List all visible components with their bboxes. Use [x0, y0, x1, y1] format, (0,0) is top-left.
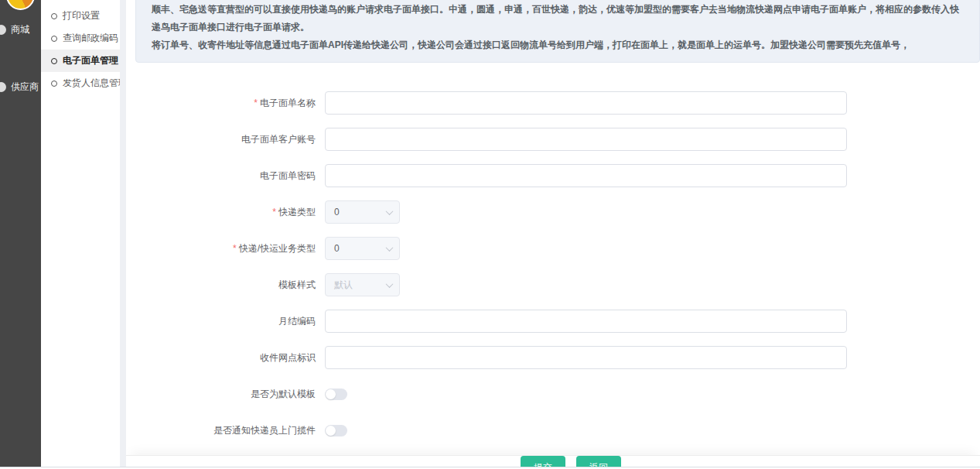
notice-box: 顺丰、宅急送等直营型的可以直接使用快递鸟的账户请求电子面单接口。中通，圆通，申通… — [135, 0, 980, 63]
default-template-switch[interactable] — [325, 389, 347, 400]
submenu-item-label: 发货人信息管理 — [63, 77, 128, 90]
submenu-item-label: 查询邮政编码 — [63, 32, 118, 45]
waybill-name-label: *电子面单名称 — [126, 97, 325, 110]
submenu-item-label: 电子面单管理 — [63, 54, 118, 67]
form-row: *电子面单名称 — [126, 91, 980, 115]
notice-line: 将订单号、收寄件地址等信息通过电子面单API传递给快递公司，快递公司会通过接口返… — [152, 36, 964, 54]
window-bottom-edge — [0, 467, 980, 467]
form-row: 是否为默认模板 — [126, 382, 980, 406]
template-style-select[interactable]: 默认 — [325, 273, 400, 296]
form-row: 是否通知快递员上门揽件 — [126, 419, 980, 442]
field-label-text: 电子面单客户账号 — [241, 134, 316, 145]
field-label-text: 快递类型 — [278, 207, 316, 217]
primary-sidebar: 商城 供应商 — [0, 0, 41, 467]
express-business-type-label: *快递/快运业务类型 — [126, 242, 325, 255]
chevron-down-icon — [386, 280, 394, 288]
submenu-item-label: 打印设置 — [63, 9, 100, 22]
select-value: 默认 — [334, 279, 353, 292]
sidebar-item-label: 供应商 — [11, 80, 39, 94]
sidebar-item-mall[interactable]: 商城 — [0, 22, 29, 37]
field-label-text: 模板样式 — [278, 279, 316, 290]
notify-courier-pickup-label: 是否通知快递员上门揽件 — [126, 424, 325, 437]
sidebar-content-divider — [120, 0, 126, 467]
form-row: 电子面单密码 — [126, 164, 980, 187]
field-label-text: 电子面单密码 — [260, 170, 316, 181]
mall-icon — [0, 25, 6, 35]
notice-line: 顺丰、宅急送等直营型的可以直接使用快递鸟的账户请求电子面单接口。中通，圆通，申通… — [152, 1, 964, 36]
submenu-item-ewaybill-management[interactable]: 电子面单管理 — [41, 50, 120, 72]
monthly-settlement-code-input[interactable] — [325, 310, 847, 333]
sidebar-item-supplier[interactable]: 供应商 — [0, 79, 39, 94]
submenu-item-print-settings[interactable]: 打印设置 — [41, 5, 120, 27]
template-style-label: 模板样式 — [126, 279, 325, 292]
app-logo[interactable] — [6, 0, 35, 10]
secondary-sidebar: 打印设置 查询邮政编码 电子面单管理 发货人信息管理 — [41, 0, 120, 467]
supplier-icon — [0, 82, 6, 92]
field-label-text: 快递/快运业务类型 — [239, 243, 316, 254]
radio-circle-icon — [51, 13, 57, 19]
select-value: 0 — [334, 243, 340, 254]
sidebar-item-label: 商城 — [11, 23, 29, 36]
ewaybill-form: *电子面单名称电子面单客户账号电子面单密码*快递类型0*快递/快运业务类型0模板… — [126, 91, 980, 455]
default-template-label: 是否为默认模板 — [126, 388, 325, 401]
page: 商城 供应商 打印设置 查询邮政编码 电子面单管理 发货人信息管理 顺丰、宅急送… — [0, 0, 980, 469]
chevron-down-icon — [386, 244, 394, 252]
waybill-password-input[interactable] — [325, 164, 847, 187]
form-row: *快递类型0 — [126, 200, 980, 224]
form-row: 月结编码 — [126, 310, 980, 333]
field-label-text: 是否通知快递员上门揽件 — [213, 425, 316, 436]
required-asterisk: * — [272, 207, 276, 217]
form-row: 收件网点标识 — [126, 346, 980, 369]
field-label-text: 月结编码 — [278, 316, 316, 327]
field-label-text: 是否为默认模板 — [251, 389, 316, 399]
field-label-text: 电子面单名称 — [260, 98, 316, 108]
submit-button[interactable]: 提交 — [521, 456, 565, 467]
form-row: 电子面单客户账号 — [126, 128, 980, 151]
submenu-item-sender-info-management[interactable]: 发货人信息管理 — [41, 72, 120, 94]
waybill-name-input[interactable] — [325, 91, 847, 115]
main-content: 顺丰、宅急送等直营型的可以直接使用快递鸟的账户请求电子面单接口。中通，圆通，申通… — [126, 0, 980, 467]
required-asterisk: * — [254, 98, 258, 108]
footer-bar: 提交 返回 — [126, 455, 980, 467]
back-button[interactable]: 返回 — [576, 456, 621, 467]
chevron-down-icon — [386, 207, 394, 215]
waybill-customer-account-input[interactable] — [325, 128, 847, 151]
receive-site-code-input[interactable] — [325, 346, 847, 369]
switch-knob — [326, 426, 336, 436]
monthly-settlement-code-label: 月结编码 — [126, 315, 325, 328]
form-row: 模板样式默认 — [126, 273, 980, 296]
radio-circle-icon — [51, 58, 57, 64]
express-type-label: *快递类型 — [126, 206, 325, 219]
radio-circle-icon — [51, 36, 57, 42]
field-label-text: 收件网点标识 — [260, 352, 316, 363]
switch-knob — [326, 389, 336, 399]
submenu-item-postcode-query[interactable]: 查询邮政编码 — [41, 27, 120, 50]
express-business-type-select[interactable]: 0 — [325, 237, 400, 260]
notify-courier-pickup-switch[interactable] — [325, 425, 347, 436]
radio-circle-icon — [51, 80, 57, 87]
required-asterisk: * — [233, 243, 237, 254]
form-row: *快递/快运业务类型0 — [126, 237, 980, 260]
express-type-select[interactable]: 0 — [325, 200, 400, 224]
waybill-password-label: 电子面单密码 — [126, 169, 325, 183]
select-value: 0 — [334, 207, 340, 217]
receive-site-code-label: 收件网点标识 — [126, 351, 325, 365]
waybill-customer-account-label: 电子面单客户账号 — [126, 133, 325, 146]
